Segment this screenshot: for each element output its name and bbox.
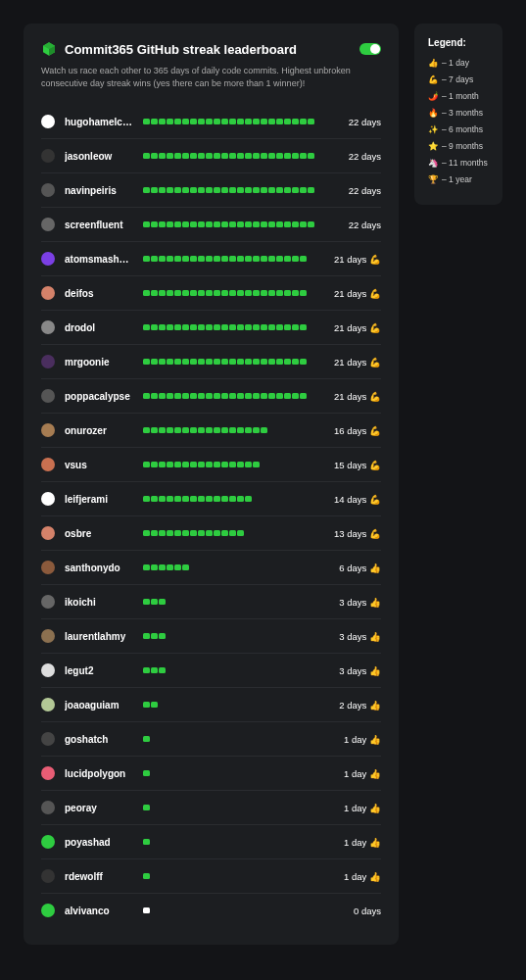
streak-square: [198, 221, 205, 228]
list-item[interactable]: poyashad1 day 👍: [41, 825, 381, 859]
streak-square: [151, 633, 158, 640]
streak-square: [159, 462, 166, 468]
list-item[interactable]: lucidpolygon1 day 👍: [41, 757, 381, 791]
streak-square: [151, 359, 158, 366]
streak-square: [237, 393, 244, 400]
streak-square: [214, 153, 220, 160]
streak-square: [253, 359, 260, 366]
list-item[interactable]: hugohamelcom22 days: [41, 105, 381, 139]
list-item[interactable]: osbre13 days 💪: [41, 516, 381, 551]
entries-list: hugohamelcom22 daysjasonleow22 daysnavin…: [41, 105, 381, 927]
username-label: hugohamelcom: [65, 117, 133, 127]
streak-square: [229, 359, 236, 366]
streak-square: [300, 359, 307, 366]
list-item[interactable]: legut23 days 👍: [41, 654, 381, 688]
leaderboard-card: Commit365 GitHub streak leaderboard Watc…: [24, 24, 399, 945]
streak-square: [174, 256, 181, 263]
streak-squares: [143, 256, 324, 263]
list-item[interactable]: joaoaguiam2 days 👍: [41, 688, 381, 722]
list-item[interactable]: mrgoonie21 days 💪: [41, 345, 381, 379]
streak-square: [253, 393, 260, 400]
streak-square: [237, 221, 244, 228]
list-item[interactable]: vsus15 days 💪: [41, 448, 381, 482]
streak-square: [190, 530, 197, 537]
streak-squares: [143, 427, 324, 434]
list-item[interactable]: navinpeiris22 days: [41, 173, 381, 208]
streak-square: [237, 359, 244, 366]
list-item[interactable]: deifos21 days 💪: [41, 276, 381, 311]
days-label: 22 days: [349, 220, 381, 230]
avatar: [41, 115, 55, 128]
legend-item: 🌶️– 1 month: [428, 91, 489, 101]
list-item[interactable]: screenfluent22 days: [41, 208, 381, 242]
streak-square: [167, 187, 173, 194]
streak-square: [221, 462, 228, 468]
streak-square: [292, 153, 299, 160]
streak-square: [292, 359, 299, 366]
streak-square: [245, 290, 252, 297]
list-item[interactable]: jasonleow22 days: [41, 139, 381, 173]
legend-item: 🔥– 3 months: [428, 108, 489, 118]
streak-square: [284, 119, 291, 125]
streak-square: [151, 256, 158, 263]
streak-square: [245, 119, 252, 125]
streak-square: [174, 119, 181, 125]
avatar: [41, 320, 55, 334]
streak-square: [276, 290, 283, 297]
days-label: 1 day 👍: [344, 768, 381, 779]
list-item[interactable]: rdewolff1 day 👍: [41, 859, 381, 894]
username-label: osbre: [65, 528, 133, 539]
list-item[interactable]: onurozer16 days 💪: [41, 414, 381, 448]
streak-square: [167, 221, 173, 228]
list-item[interactable]: ikoichi3 days 👍: [41, 585, 381, 619]
streak-square: [300, 119, 307, 125]
streak-square: [261, 153, 267, 160]
streak-square: [143, 221, 150, 228]
streak-square: [182, 496, 189, 503]
streak-square: [245, 359, 252, 366]
legend-emoji: ⭐: [428, 141, 439, 151]
list-item[interactable]: alvivanco0 days: [41, 894, 381, 927]
streak-squares: [143, 907, 344, 914]
streak-square: [229, 462, 236, 468]
streak-squares: [143, 530, 324, 537]
avatar: [41, 801, 55, 814]
streak-square: [190, 187, 197, 194]
streak-square: [221, 256, 228, 263]
list-item[interactable]: laurentlahmy3 days 👍: [41, 619, 381, 654]
legend-emoji: 💪: [428, 74, 439, 84]
streak-square: [198, 187, 205, 194]
streak-square: [143, 393, 150, 400]
avatar: [41, 629, 55, 643]
streak-square: [182, 564, 189, 571]
streak-square: [221, 119, 228, 125]
streak-square: [276, 256, 283, 263]
streak-square: [159, 119, 166, 125]
streak-squares: [143, 359, 324, 366]
streak-square: [143, 736, 150, 743]
streak-square: [190, 221, 197, 228]
legend-label: – 1 year: [442, 174, 472, 184]
days-label: 14 days 💪: [334, 494, 381, 505]
list-item[interactable]: atomsmasher8121 days 💪: [41, 242, 381, 276]
list-item[interactable]: peoray1 day 👍: [41, 791, 381, 825]
streak-square: [221, 324, 228, 331]
streak-square: [206, 153, 213, 160]
avatar: [41, 904, 55, 917]
streak-square: [253, 324, 260, 331]
streak-square: [214, 427, 220, 434]
list-item[interactable]: drodol21 days 💪: [41, 311, 381, 345]
streak-squares: [143, 805, 334, 811]
streak-square: [292, 119, 299, 125]
list-item[interactable]: poppacalypse21 days 💪: [41, 379, 381, 414]
username-label: vsus: [65, 460, 133, 470]
streak-square: [182, 462, 189, 468]
streak-square: [182, 427, 189, 434]
toggle-switch[interactable]: [359, 43, 381, 55]
list-item[interactable]: goshatch1 day 👍: [41, 722, 381, 757]
list-item[interactable]: leifjerami14 days 💪: [41, 482, 381, 516]
list-item[interactable]: santhonydo6 days 👍: [41, 551, 381, 585]
streak-square: [198, 290, 205, 297]
streak-square: [159, 496, 166, 503]
streak-square: [198, 324, 205, 331]
